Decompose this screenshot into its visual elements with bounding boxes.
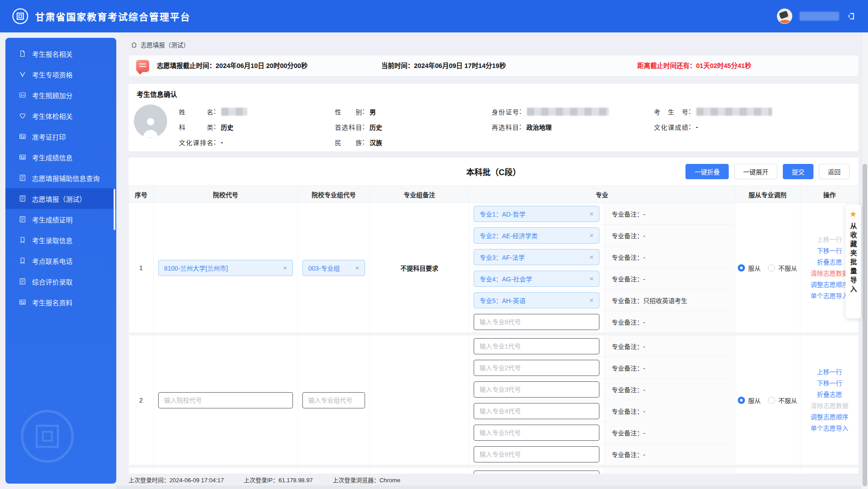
sidebar-item-volunteer-fill-test[interactable]: 志愿填报（测试） (5, 188, 116, 209)
form-icon (19, 195, 26, 202)
favorites-batch-import-tab[interactable]: ★ 从收藏夹批量导入 (845, 205, 861, 318)
form-icon (19, 216, 26, 223)
sidebar-item-bonus-points[interactable]: A+ 考生照顾加分 (5, 85, 116, 105)
row1-seq: 1 (129, 203, 154, 333)
remove-icon[interactable]: × (589, 254, 594, 260)
obey-yes-radio[interactable]: 服从 (738, 263, 761, 272)
move-down-link[interactable]: 下移一行 (817, 246, 842, 255)
major-2-remark: 专业备注：- (604, 357, 735, 379)
major-input[interactable] (474, 360, 599, 376)
college-code-chip[interactable]: 8100-兰州大学[兰州市]× (158, 260, 293, 276)
group-code-input[interactable] (302, 392, 365, 408)
sidebar-item-special-qualification[interactable]: 考生专项资格 (5, 64, 116, 85)
table-row: 2 专业备注：- 服从 不服从 上移一行 (129, 335, 859, 357)
major-5-cell: 专业5：AH-英语× (469, 290, 604, 311)
remove-icon[interactable]: × (589, 275, 594, 282)
collapse-volunteer-link[interactable]: 折叠志愿 (817, 258, 842, 267)
major-4-cell (469, 400, 604, 422)
obey-no-radio[interactable]: 不服从 (768, 396, 797, 405)
breadcrumb-label[interactable]: 志愿填报（测试） (141, 40, 189, 49)
doc-icon (19, 50, 26, 57)
a-plus-icon: A+ (19, 91, 26, 99)
sidebar-item-registration-materials[interactable]: 考生报名资料 (5, 292, 116, 312)
move-up-link[interactable]: 上移一行 (817, 367, 842, 376)
import-single-link[interactable]: 单个志愿导入 (811, 424, 849, 433)
clear-volunteer-link[interactable]: 清除志愿数据 (811, 269, 849, 278)
vertical-scrollbar-track[interactable] (862, 32, 868, 489)
star-icon: ★ (849, 210, 857, 218)
major-2-remark: 专业备注：- (604, 225, 735, 246)
row3-group-cell (298, 468, 370, 474)
major-1-cell (469, 468, 604, 474)
import-single-link[interactable]: 单个志愿导入 (811, 291, 849, 300)
adjust-order-link[interactable]: 调整志愿顺序 (811, 412, 849, 421)
sidebar-item-admission-info[interactable]: 考生录取信息 (5, 230, 116, 250)
major-input[interactable] (474, 314, 599, 330)
obey-no-radio[interactable]: 不服从 (768, 263, 797, 272)
major-6-cell (469, 444, 604, 465)
row3-obey-cell (735, 468, 800, 474)
major-input[interactable] (474, 338, 599, 354)
toolbar-buttons: 一键折叠 一键展开 提交 返回 (685, 164, 850, 179)
app-title: 甘肃省国家教育考试综合管理平台 (35, 9, 191, 23)
remove-icon[interactable]: × (589, 297, 594, 303)
major-input[interactable] (474, 425, 599, 441)
major-input[interactable] (474, 403, 599, 419)
submit-button[interactable]: 提交 (783, 164, 813, 179)
remove-icon[interactable]: × (589, 210, 594, 217)
major-input[interactable] (474, 471, 599, 474)
group-code-chip[interactable]: 003-专业组× (302, 260, 365, 276)
last-login-time: 上次登录时间：2024-06-09 17:04:17 (128, 475, 224, 484)
radio-selected-icon (738, 397, 745, 404)
college-code-input[interactable] (158, 392, 293, 408)
field-culture-rank: 文化课排名：- (179, 137, 223, 147)
sidebar-item-comprehensive-evaluation[interactable]: 综合评价录取 (5, 271, 116, 292)
row1-obey-cell: 服从 不服从 (735, 203, 800, 333)
sidebar-item-score-info[interactable]: 考生成绩信息 (5, 147, 116, 168)
header-right (777, 9, 856, 24)
major-chip[interactable]: 专业3：AF-法学× (474, 249, 599, 265)
back-button[interactable]: 返回 (819, 164, 850, 179)
field-category: 科类：历史 (179, 122, 233, 131)
sidebar-item-aid-info-query[interactable]: 志愿填报辅助信息查询 (5, 168, 116, 188)
sidebar-item-medical-exam[interactable]: 考生体检相关 (5, 105, 116, 126)
collapse-all-button[interactable]: 一键折叠 (685, 164, 729, 179)
info-row-1: 姓名： 性别：男 身份证号： 考生号： (128, 106, 859, 115)
field-gender: 性别：男 (335, 106, 376, 116)
platform-logo-icon (12, 8, 29, 25)
major-6-remark: 专业备注：- (604, 444, 735, 465)
table-row-partial (129, 468, 859, 474)
major-chip[interactable]: 专业5：AH-英语× (474, 292, 599, 308)
sidebar-item-admission-ticket-print[interactable]: 准考证打印 (5, 126, 116, 147)
remove-icon[interactable]: × (283, 264, 287, 271)
sidebar-item-registration[interactable]: 考生报名相关 (5, 43, 116, 64)
adjust-order-link[interactable]: 调整志愿顺序 (811, 280, 849, 289)
major-input[interactable] (474, 446, 599, 462)
sidebar-item-exam-site-phone[interactable]: 考点联系电话 (5, 250, 116, 271)
name-masked-value (221, 108, 247, 116)
remove-icon[interactable]: × (355, 264, 359, 271)
collapse-volunteer-link[interactable]: 折叠志愿 (817, 390, 842, 399)
user-avatar[interactable] (777, 9, 792, 24)
horizontal-scrollbar-track[interactable] (116, 485, 861, 489)
radio-unselected-icon (768, 264, 775, 272)
field-ethnicity: 民族：汉族 (335, 137, 382, 147)
obey-yes-radio[interactable]: 服从 (738, 396, 761, 405)
vertical-scrollbar-thumb[interactable] (863, 164, 867, 486)
major-chip[interactable]: 专业2：AE-经济学类× (474, 227, 599, 244)
row1-group-remark: 不提科目要求 (370, 203, 469, 333)
move-down-link[interactable]: 下移一行 (817, 379, 842, 388)
remove-icon[interactable]: × (589, 232, 594, 239)
sidebar-scrollbar-thumb[interactable] (114, 189, 115, 230)
row2-obey-cell: 服从 不服从 (735, 335, 800, 465)
bookmark-icon (19, 257, 26, 264)
major-chip[interactable]: 专业4：AG-社会学× (474, 271, 599, 287)
volunteer-table-card: 本科批（C段） 一键折叠 一键展开 提交 返回 序号 院校代号 院校专业组代号 … (128, 158, 859, 474)
major-chip[interactable]: 专业1：AD-哲学× (474, 206, 599, 222)
sidebar-item-score-certificate[interactable]: 考生成绩证明 (5, 209, 116, 230)
expand-all-button[interactable]: 一键展开 (734, 164, 777, 179)
logout-icon[interactable] (846, 11, 856, 21)
major-input[interactable] (474, 381, 599, 398)
major-3-cell (469, 379, 604, 400)
row2-group-remark (370, 335, 469, 465)
